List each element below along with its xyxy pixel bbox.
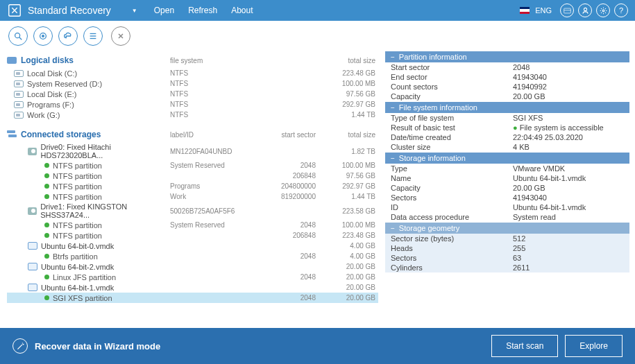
logical-disk-row[interactable]: Programs (F:)NTFS292.97 GB (7, 99, 378, 110)
info-key: End sector (391, 73, 513, 81)
info-value: ●File system is accessible (513, 123, 624, 132)
item-size: 20.00 GB (316, 273, 378, 281)
item-size: 20.00 GB (316, 294, 378, 302)
virtual-disk-row[interactable]: Ubuntu 64-bit-2.vmdk20.00 GB (7, 261, 378, 272)
item-start-sector: 2048 (253, 221, 316, 229)
disk-name: Local Disk (E:) (27, 90, 77, 98)
partition-dot-icon (44, 295, 49, 300)
info-key: Count sectors (391, 83, 513, 91)
info-row: NameUbuntu 64-bit-1.vmdk (385, 173, 629, 183)
info-row: TypeVMware VMDK (385, 164, 629, 173)
svg-point-8 (42, 35, 44, 37)
partition-row[interactable]: NTFS partitionPrograms204800000292.97 GB (7, 181, 378, 191)
start-scan-button[interactable]: Start scan (491, 335, 558, 357)
info-key: Heads (391, 244, 513, 252)
filesystem-info-block: −File system informationType of file sys… (385, 102, 629, 152)
item-name: Btrfs partition (53, 252, 98, 261)
info-value: 2048 (513, 63, 624, 71)
disk-size: 97.56 GB (316, 90, 378, 98)
explore-button[interactable]: Explore (565, 335, 623, 357)
close-icon[interactable] (111, 26, 130, 46)
drive-row[interactable]: Drive1: Fixed KINGSTON SHSS37A24...50026… (7, 202, 378, 220)
info-header[interactable]: −Storage information (385, 153, 629, 164)
info-header[interactable]: −Partition information (385, 51, 629, 62)
search-icon[interactable] (8, 26, 28, 46)
info-value: 255 (513, 244, 624, 252)
info-key: Start sector (391, 63, 513, 71)
info-title: Storage information (399, 154, 466, 162)
help-icon[interactable]: ? (614, 3, 628, 17)
logical-disk-row[interactable]: Work (G:)NTFS1.44 TB (7, 110, 378, 120)
logical-disk-row[interactable]: Local Disk (E:)NTFS97.56 GB (7, 89, 378, 99)
partition-row[interactable]: Linux JFS partition204820.00 GB (7, 272, 378, 282)
info-row: Sectors41943040 (385, 193, 629, 202)
disk-fs: NTFS (170, 101, 253, 108)
item-name: SGI XFS partition (53, 294, 112, 302)
info-row: Start sector2048 (385, 62, 629, 72)
header-right-icons: ENG ? (520, 3, 628, 17)
partition-row[interactable]: NTFS partitionSystem Reserved2048100.00 … (7, 160, 378, 171)
info-key: Capacity (391, 184, 513, 192)
partition-row[interactable]: Btrfs partition20484.00 GB (7, 251, 378, 261)
info-row: End sector41943040 (385, 72, 629, 82)
item-start-sector: 2048 (253, 162, 316, 169)
partition-dot-icon (44, 184, 49, 189)
partition-row[interactable]: SGI XFS partition204820.00 GB (7, 293, 378, 303)
left-panel: Logical disks file system total size Loc… (0, 51, 385, 328)
item-size: 4.00 GB (316, 242, 378, 250)
info-value: 41943040 (513, 193, 624, 202)
virtual-disk-row[interactable]: Ubuntu 64-bit-1.vmdk20.00 GB (7, 282, 378, 293)
svg-point-3 (584, 8, 586, 10)
info-key: Cylinders (391, 263, 513, 272)
info-header[interactable]: −File system information (385, 102, 629, 113)
menu-open[interactable]: Open (154, 6, 174, 15)
partition-dot-icon (44, 223, 49, 227)
info-row: Cylinders2611 (385, 263, 629, 272)
user-icon[interactable] (578, 3, 592, 17)
virtual-disk-row[interactable]: Ubuntu 64-bit-0.vmdk4.00 GB (7, 241, 378, 251)
flag-icon (520, 7, 530, 14)
info-row: Capacity20.00 GB (385, 183, 629, 193)
info-value: 20.00 GB (513, 92, 624, 101)
logical-disk-row[interactable]: Local Disk (C:)NTFS223.48 GB (7, 68, 378, 78)
toolbar (0, 21, 635, 51)
info-row: Date/time created22:04:49 25.03.2020 (385, 132, 629, 142)
card-icon[interactable] (560, 3, 574, 17)
info-key: Type (391, 164, 513, 173)
menu-about[interactable]: About (231, 6, 253, 15)
info-value: SGI XFS (513, 114, 624, 122)
gear-icon[interactable] (596, 3, 610, 17)
info-value: 2611 (513, 263, 624, 272)
language-label[interactable]: ENG (535, 6, 552, 15)
item-label: System Reserved (170, 162, 253, 169)
disk-icon (14, 101, 24, 108)
drive-row[interactable]: Drive0: Fixed Hitachi HDS723020BLA...MN1… (7, 142, 378, 160)
info-header[interactable]: −Storage geometry (385, 223, 629, 234)
partition-dot-icon (44, 173, 49, 178)
partition-row[interactable]: NTFS partitionSystem Reserved2048100.00 … (7, 220, 378, 230)
storage-info-block: −Storage informationTypeVMware VMDKNameU… (385, 153, 629, 222)
item-size: 1.82 TB (316, 148, 378, 155)
logical-disks-header: Logical disks file system total size (7, 53, 378, 68)
target-icon[interactable] (33, 26, 53, 46)
menu-refresh[interactable]: Refresh (188, 6, 217, 15)
wizard-mode-link[interactable]: Recover data in Wizard mode (12, 338, 160, 354)
partition-row[interactable]: NTFS partition206848223.48 GB (7, 230, 378, 241)
item-start-sector: 2048 (253, 294, 316, 302)
partition-dot-icon (44, 194, 49, 199)
partition-dot-icon (44, 275, 49, 279)
col-total-size2: total size (316, 131, 378, 139)
cloud-icon[interactable] (58, 26, 78, 46)
info-value: 63 (513, 254, 624, 262)
info-key: Sectors (391, 254, 513, 262)
col-label-id: label/ID (170, 131, 253, 139)
item-size: 20.00 GB (316, 284, 378, 291)
partition-dot-icon (44, 254, 49, 259)
partition-info-block: −Partition informationStart sector2048En… (385, 51, 629, 101)
partition-row[interactable]: NTFS partitionWork8192000001.44 TB (7, 191, 378, 202)
list-icon[interactable] (83, 26, 103, 46)
logical-disk-row[interactable]: System Reserved (D:)NTFS100.00 MB (7, 78, 378, 89)
partition-row[interactable]: NTFS partition20684897.56 GB (7, 171, 378, 181)
info-value: 4 KB (513, 143, 624, 151)
item-name: NTFS partition (53, 162, 102, 170)
